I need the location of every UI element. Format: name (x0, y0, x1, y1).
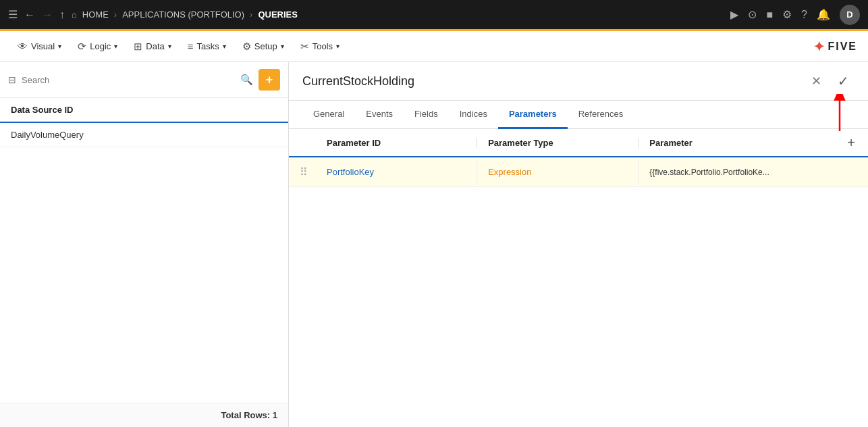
logo-star-icon: ✦ (813, 39, 825, 55)
col-parameter-id: Parameter ID (316, 138, 477, 148)
avatar[interactable]: D (840, 5, 860, 25)
tab-indices[interactable]: Indices (449, 101, 498, 129)
save-button[interactable]: ✓ (832, 70, 855, 92)
setup-label: Setup (254, 41, 277, 51)
toolbar: 👁 Visual ▾ ⟳ Logic ▾ ⊞ Data ▾ ≡ Tasks ▾ … (0, 31, 868, 62)
search-icon[interactable]: 🔍 (240, 74, 253, 86)
tools-dropdown-icon: ▾ (336, 43, 340, 50)
home-label[interactable]: HOME (82, 9, 109, 20)
filter-icon: ⊟ (8, 74, 16, 85)
parameter-type-cell[interactable]: Expression (477, 159, 638, 185)
play-icon[interactable]: ▶ (730, 8, 738, 21)
robot-icon[interactable]: ⚙ (782, 8, 792, 21)
toolbar-tools[interactable]: ✂ Tools ▾ (294, 36, 346, 57)
data-icon: ⊞ (134, 41, 142, 53)
logic-dropdown-icon: ▾ (114, 43, 117, 50)
content-header: CurrentStockHolding ✕ ✓ (289, 62, 868, 101)
drag-handle[interactable]: ⠿ (289, 157, 316, 186)
toolbar-setup[interactable]: ⚙ Setup ▾ (236, 36, 291, 57)
tools-icon: ✂ (300, 41, 309, 53)
tab-parameters[interactable]: Parameters (498, 101, 568, 129)
total-rows-label: Total Rows: 1 (0, 403, 288, 427)
logic-icon: ⟳ (78, 41, 86, 53)
visual-dropdown-icon: ▾ (58, 43, 61, 50)
five-logo: ✦ FIVE (813, 39, 857, 55)
add-button[interactable]: + (259, 69, 280, 91)
top-nav: ☰ ← → ↑ ⌂ HOME › APPLICATIONS (PORTFOLIO… (0, 0, 868, 31)
up-icon[interactable]: ↑ (59, 9, 65, 21)
parameters-table: Parameter ID Parameter Type Parameter + … (289, 129, 868, 427)
tab-references[interactable]: References (568, 101, 634, 129)
content-header-actions: ✕ ✓ (806, 70, 855, 92)
data-dropdown-icon: ▾ (168, 43, 171, 50)
sidebar-column-header: Data Source ID (0, 98, 288, 123)
back-icon[interactable]: ← (24, 9, 35, 21)
toolbar-visual[interactable]: 👁 Visual ▾ (11, 36, 68, 56)
content-title: CurrentStockHolding (302, 74, 806, 89)
home-icon: ⌂ (72, 9, 77, 20)
visual-icon: 👁 (18, 41, 28, 52)
setup-icon: ⚙ (242, 41, 251, 53)
col-parameter-type: Parameter Type (477, 138, 638, 148)
parameter-value-cell[interactable]: {{five.stack.Portfolio.PortfolioKe... (638, 159, 834, 185)
top-nav-right: ▶ ⊙ ■ ⚙ ? 🔔 D (730, 5, 860, 25)
tasks-dropdown-icon: ▾ (223, 43, 226, 50)
tab-events[interactable]: Events (355, 101, 404, 129)
search-nav-icon[interactable]: ⊙ (748, 8, 757, 21)
content-area: CurrentStockHolding ✕ ✓ General Events F… (289, 62, 868, 427)
menu-icon[interactable]: ☰ (8, 8, 18, 21)
stop-icon[interactable]: ■ (766, 9, 773, 21)
toolbar-data[interactable]: ⊞ Data ▾ (127, 36, 178, 57)
parameters-table-header: Parameter ID Parameter Type Parameter + (289, 129, 868, 157)
help-icon[interactable]: ? (801, 9, 807, 21)
add-parameter-button[interactable]: + (847, 136, 855, 149)
setup-dropdown-icon: ▾ (281, 43, 284, 50)
col-parameter: Parameter (638, 138, 834, 148)
row-add-cell (834, 164, 868, 180)
list-item[interactable]: DailyVolumeQuery (0, 123, 288, 147)
bell-icon[interactable]: 🔔 (817, 8, 830, 21)
queries-label[interactable]: QUERIES (258, 9, 298, 20)
tools-label: Tools (313, 41, 333, 51)
tasks-label: Tasks (197, 41, 219, 51)
main-layout: ⊟ 🔍 + Data Source ID DailyVolumeQuery To… (0, 62, 868, 427)
parameter-id-cell[interactable]: PortfolioKey (316, 159, 477, 185)
logic-label: Logic (90, 41, 111, 51)
tab-fields[interactable]: Fields (404, 101, 449, 129)
sidebar-search-bar: ⊟ 🔍 + (0, 62, 288, 98)
visual-label: Visual (31, 41, 55, 51)
data-label: Data (146, 41, 164, 51)
tab-general[interactable]: General (302, 101, 355, 129)
app-label[interactable]: APPLICATIONS (PORTFOLIO) (122, 9, 244, 20)
search-input[interactable] (22, 75, 235, 85)
toolbar-logic[interactable]: ⟳ Logic ▾ (71, 36, 124, 57)
forward-icon[interactable]: → (42, 9, 53, 21)
sidebar: ⊟ 🔍 + Data Source ID DailyVolumeQuery To… (0, 62, 289, 427)
col-add: + (834, 136, 868, 149)
table-row[interactable]: ⠿ PortfolioKey Expression {{five.stack.P… (289, 157, 868, 187)
breadcrumb: ⌂ HOME › APPLICATIONS (PORTFOLIO) › QUER… (72, 9, 298, 20)
tabs: General Events Fields Indices Parameters… (289, 101, 868, 129)
close-button[interactable]: ✕ (806, 71, 827, 91)
toolbar-tasks[interactable]: ≡ Tasks ▾ (181, 36, 233, 56)
logo-text: FIVE (828, 41, 857, 53)
tasks-icon: ≡ (188, 41, 194, 52)
